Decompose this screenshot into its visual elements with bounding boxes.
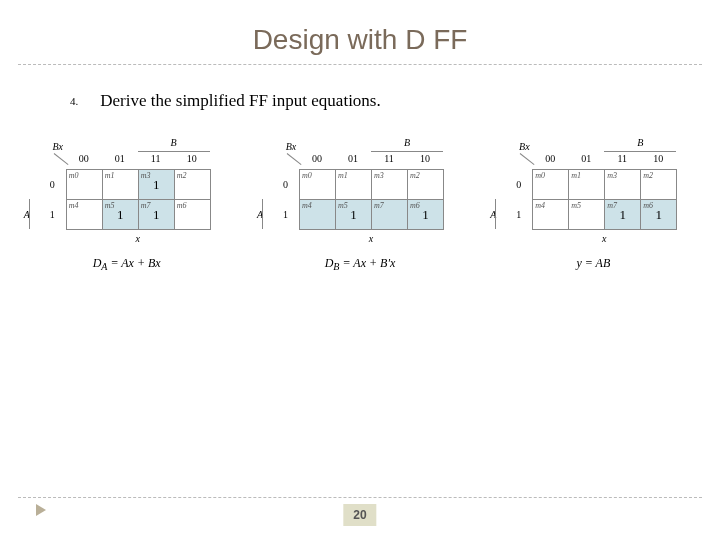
bottom-var-brace: x <box>335 233 407 244</box>
kmap-equation: DB = Ax + B′x <box>243 256 476 272</box>
kmap-row: BxBA0001111001xm0m1m31m2m4m51m71m6DA = A… <box>0 169 720 272</box>
kmap-cell: m3 <box>371 170 407 200</box>
page-number: 20 <box>343 504 376 526</box>
kmap-cell: m31 <box>138 170 174 200</box>
kmap-table: m0m1m3m2m4m5m71m61 <box>532 169 677 230</box>
kmap-cell: m4 <box>533 200 569 230</box>
kmap-cell: m4 <box>66 200 102 230</box>
left-var-brace: A <box>24 199 36 229</box>
step-text: Derive the simplified FF input equations… <box>100 91 380 110</box>
step-line: 4. Derive the simplified FF input equati… <box>70 91 720 111</box>
row-headers: 01 <box>283 169 288 229</box>
kmap-cell: m71 <box>138 200 174 230</box>
kmap-cell: m6 <box>174 200 210 230</box>
divider-bottom <box>18 497 702 498</box>
kmap-cell: m5 <box>569 200 605 230</box>
kmap-cell: m61 <box>641 200 677 230</box>
kmap-cell: m51 <box>335 200 371 230</box>
corner-label: Bx <box>281 141 301 155</box>
col-headers: 00011110 <box>299 153 443 164</box>
kmap-0: BxBA0001111001xm0m1m31m2m4m51m71m6DA = A… <box>10 169 243 272</box>
col-headers: 00011110 <box>532 153 676 164</box>
kmap-table: m0m1m3m2m4m51m7m61 <box>299 169 444 230</box>
kmap-cell: m51 <box>102 200 138 230</box>
top-var-brace: B <box>604 137 676 148</box>
corner-label: Bx <box>514 141 534 155</box>
kmap-table: m0m1m31m2m4m51m71m6 <box>66 169 211 230</box>
footer-bullet-icon <box>36 504 46 516</box>
kmap-cell: m3 <box>605 170 641 200</box>
kmap-cell: m7 <box>371 200 407 230</box>
kmap-cell: m2 <box>641 170 677 200</box>
kmap-cell: m2 <box>407 170 443 200</box>
top-var-brace: B <box>371 137 443 148</box>
kmap-2: BxBA0001111001xm0m1m3m2m4m5m71m61y = AB <box>477 169 710 272</box>
kmap-cell: m0 <box>299 170 335 200</box>
kmap-equation: y = AB <box>477 256 710 271</box>
col-headers: 00011110 <box>66 153 210 164</box>
row-headers: 01 <box>516 169 521 229</box>
kmap-cell: m1 <box>102 170 138 200</box>
kmap-cell: m0 <box>66 170 102 200</box>
row-headers: 01 <box>50 169 55 229</box>
kmap-cell: m1 <box>335 170 371 200</box>
kmap-cell: m4 <box>299 200 335 230</box>
bottom-var-brace: x <box>102 233 174 244</box>
step-number: 4. <box>70 91 96 107</box>
slide-title: Design with D FF <box>0 0 720 56</box>
top-var-brace: B <box>138 137 210 148</box>
left-var-brace: A <box>490 199 502 229</box>
kmap-cell: m71 <box>605 200 641 230</box>
kmap-equation: DA = Ax + Bx <box>10 256 243 272</box>
bottom-var-brace: x <box>568 233 640 244</box>
kmap-cell: m0 <box>533 170 569 200</box>
kmap-cell: m61 <box>407 200 443 230</box>
kmap-cell: m1 <box>569 170 605 200</box>
divider-top <box>18 64 702 65</box>
kmap-1: BxBA0001111001xm0m1m3m2m4m51m7m61DB = Ax… <box>243 169 476 272</box>
corner-label: Bx <box>48 141 68 155</box>
left-var-brace: A <box>257 199 269 229</box>
kmap-cell: m2 <box>174 170 210 200</box>
